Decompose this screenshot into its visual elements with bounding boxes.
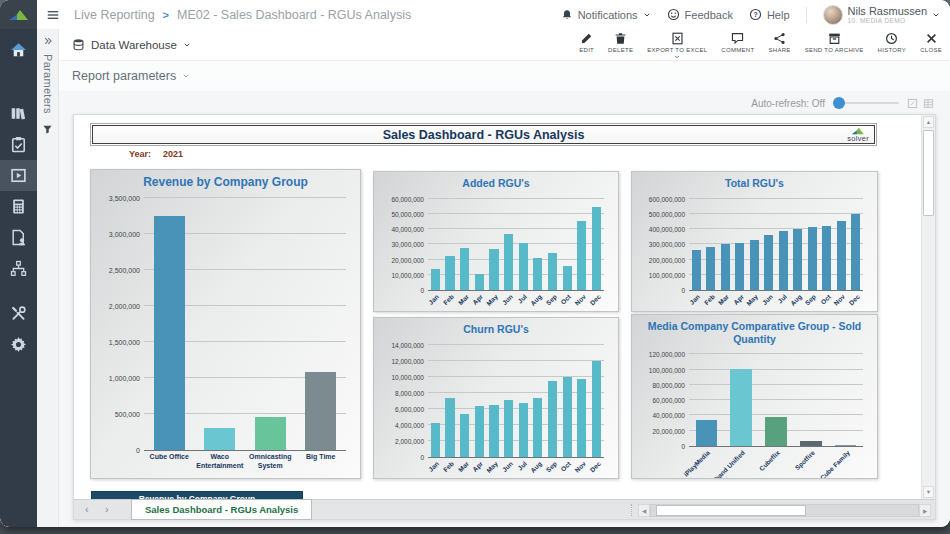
send-to-archive-button[interactable]: SEND TO ARCHIVE bbox=[805, 30, 864, 53]
bar bbox=[764, 235, 773, 290]
y-axis-tick-label: 10,000,000 bbox=[391, 373, 428, 380]
x-axis-label: Oct bbox=[560, 460, 573, 473]
feedback-button[interactable]: Feedback bbox=[667, 8, 733, 21]
y-axis-tick-label: 2,000,000 bbox=[109, 303, 144, 310]
sidebar-item-administration[interactable] bbox=[0, 298, 37, 329]
plot-area: 020,000,00040,000,00060,000,00080,000,00… bbox=[689, 354, 863, 446]
y-axis-tick-label: 0 bbox=[420, 454, 428, 461]
y-axis-tick-label: 400,000,000 bbox=[649, 226, 689, 233]
slider-knob[interactable] bbox=[833, 97, 845, 109]
auto-refresh-slider[interactable] bbox=[833, 97, 899, 109]
y-axis-tick-label: 20,000,000 bbox=[391, 256, 428, 263]
edit-button[interactable]: EDIT bbox=[579, 30, 594, 53]
chart-title: Added RGU's bbox=[382, 177, 610, 190]
x-axis-label: Sep bbox=[804, 293, 817, 306]
x-axis-label: May bbox=[745, 293, 759, 307]
share-button[interactable]: SHARE bbox=[768, 30, 790, 53]
report-parameters-toggle[interactable]: Report parameters bbox=[59, 61, 950, 91]
x-axis-label: Aug bbox=[789, 293, 803, 307]
x-axis-label: May bbox=[485, 293, 499, 307]
sidebar-item-integrations[interactable] bbox=[0, 253, 37, 284]
bar bbox=[255, 417, 286, 450]
bar bbox=[154, 216, 185, 450]
table-icon[interactable] bbox=[923, 98, 934, 109]
close-button[interactable]: CLOSE bbox=[920, 30, 942, 53]
pencil-icon bbox=[580, 32, 593, 45]
edit-box-icon[interactable] bbox=[907, 98, 918, 109]
user-workspace: 10. Media Demo bbox=[848, 17, 927, 24]
export-to-excel-button[interactable]: EXPORT TO EXCEL bbox=[647, 30, 707, 60]
scroll-down-button[interactable]: ▼ bbox=[923, 486, 934, 498]
share-icon bbox=[773, 32, 786, 45]
x-axis-label: Jul bbox=[517, 460, 529, 472]
comment-button[interactable]: COMMENT bbox=[721, 30, 754, 53]
data-source-picker[interactable]: Data Warehouse bbox=[72, 38, 191, 51]
auto-refresh-label: Auto-refresh: Off bbox=[751, 98, 825, 109]
y-axis-tick-label: 14,000,000 bbox=[391, 341, 428, 348]
scroll-left-button[interactable]: ◀ bbox=[638, 504, 650, 517]
chart-title: Media Company Comparative Group - Sold Q… bbox=[640, 320, 869, 345]
toolbar-actions: EDITDELETEEXPORT TO EXCELCOMMENTSHARESEN… bbox=[579, 30, 942, 60]
chart-title: Total RGU's bbox=[640, 177, 869, 190]
chevron-down-icon bbox=[643, 11, 651, 19]
bar bbox=[779, 231, 788, 290]
sheet-tab-active[interactable]: Sales Dashboard - RGUs Analysis bbox=[131, 499, 312, 520]
notifications-button[interactable]: Notifications bbox=[561, 9, 651, 21]
scroll-up-button[interactable]: ▲ bbox=[923, 116, 934, 128]
y-axis-tick-label: 6,000,000 bbox=[395, 405, 428, 412]
vertical-scrollbar[interactable]: ▲ ▼ bbox=[921, 115, 935, 499]
x-axis-label: Feb bbox=[703, 293, 716, 306]
sidebar-nav bbox=[0, 35, 37, 360]
bar bbox=[460, 414, 469, 457]
breadcrumb-section[interactable]: Live Reporting bbox=[74, 8, 155, 22]
delete-button[interactable]: DELETE bbox=[608, 30, 633, 53]
trash-icon bbox=[614, 32, 627, 45]
horizontal-scrollbar[interactable]: ◀ ▶ bbox=[631, 503, 931, 517]
double-chevron-right-icon[interactable] bbox=[43, 36, 53, 46]
x-axis-label: Jan bbox=[427, 293, 440, 306]
y-axis-tick-label: 3,000,000 bbox=[109, 231, 144, 238]
bar bbox=[765, 417, 787, 446]
y-axis-tick-label: 40,000,000 bbox=[391, 226, 428, 233]
y-axis-tick-label: 500,000,000 bbox=[649, 210, 689, 217]
menu-icon[interactable] bbox=[46, 8, 60, 22]
app-logo[interactable] bbox=[0, 0, 37, 29]
avatar bbox=[823, 5, 843, 25]
x-axis-label: Cube Family bbox=[818, 449, 850, 479]
sidebar-item-tasks[interactable] bbox=[0, 129, 37, 160]
y-axis-tick-label: 0 bbox=[420, 287, 428, 294]
vertical-scroll-thumb[interactable] bbox=[923, 130, 934, 216]
horizontal-scroll-thumb[interactable] bbox=[656, 505, 806, 516]
user-menu[interactable]: Nils Rasmussen 10. Media Demo bbox=[823, 5, 940, 25]
bar bbox=[475, 274, 484, 290]
bar bbox=[730, 369, 752, 446]
y-axis-tick-label: 60,000,000 bbox=[652, 397, 689, 404]
sidebar-item-planning[interactable] bbox=[0, 191, 37, 222]
x-axis-label: Feb bbox=[442, 460, 455, 473]
sidebar-item-reporting[interactable] bbox=[0, 160, 37, 191]
sidebar-item-library[interactable] bbox=[0, 98, 37, 129]
sidebar-item-settings[interactable] bbox=[0, 329, 37, 360]
history-button[interactable]: HISTORY bbox=[878, 30, 907, 53]
bar bbox=[519, 403, 528, 457]
header-right: Notifications Feedback ? Help Nils Rasmu… bbox=[561, 5, 940, 25]
help-button[interactable]: ? Help bbox=[749, 8, 790, 21]
bar bbox=[475, 406, 484, 457]
svg-text:?: ? bbox=[753, 11, 757, 18]
x-axis-label: Aug bbox=[529, 293, 543, 307]
sidebar-item-home[interactable] bbox=[0, 35, 37, 66]
x-axis-label: Jul bbox=[517, 293, 529, 305]
feedback-label: Feedback bbox=[685, 9, 733, 21]
sidebar-item-assignments[interactable] bbox=[0, 222, 37, 253]
parameters-panel[interactable]: Parameters bbox=[37, 29, 59, 527]
y-axis-tick-label: 100,000,000 bbox=[649, 366, 689, 373]
bar bbox=[548, 253, 557, 290]
tab-next-button[interactable]: › bbox=[105, 500, 109, 520]
y-axis-tick-label: 80,000,000 bbox=[652, 381, 689, 388]
x-axis-label: May bbox=[485, 460, 499, 474]
bar bbox=[851, 214, 860, 290]
toolbar-action-label: CLOSE bbox=[920, 47, 942, 53]
scroll-right-button[interactable]: ▶ bbox=[919, 504, 931, 517]
x-axis-label: Aug bbox=[529, 460, 543, 474]
tab-prev-button[interactable]: ‹ bbox=[85, 500, 89, 520]
